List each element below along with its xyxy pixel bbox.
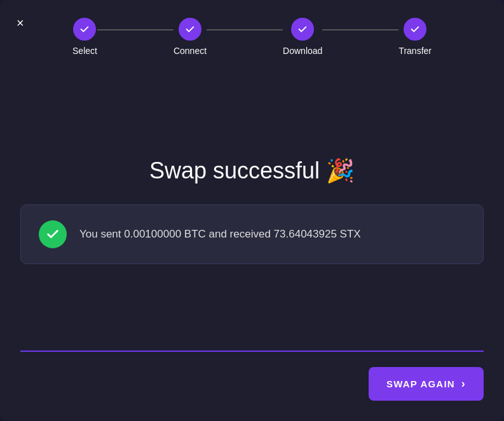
step-connector-3 — [322, 29, 398, 30]
step-download-label: Download — [283, 46, 322, 56]
step-select-circle — [73, 18, 96, 41]
step-connect: Connect — [174, 18, 207, 56]
success-message: You sent 0.00100000 BTC and received 73.… — [79, 226, 361, 243]
step-connect-circle — [179, 18, 201, 41]
step-download: Download — [283, 18, 322, 56]
success-check-icon — [39, 220, 67, 248]
step-transfer-label: Transfer — [398, 46, 432, 56]
step-connector-1 — [97, 29, 174, 30]
step-download-circle — [291, 18, 314, 41]
stepper: Select Connect Download Transfer — [20, 15, 484, 56]
step-transfer-circle — [404, 18, 426, 41]
success-box: You sent 0.00100000 BTC and received 73.… — [20, 204, 484, 264]
step-connector-2 — [207, 29, 283, 30]
close-button[interactable]: × — [14, 14, 27, 32]
step-select-label: Select — [72, 46, 97, 56]
chevron-right-icon: › — [461, 377, 466, 391]
modal-container: × Select Connect Download — [0, 0, 504, 421]
step-transfer: Transfer — [398, 18, 432, 56]
footer: SWAP AGAIN › — [20, 351, 484, 401]
success-title: Swap successful 🎉 — [149, 157, 355, 184]
step-connect-label: Connect — [174, 46, 207, 56]
main-content: Swap successful 🎉 You sent 0.00100000 BT… — [20, 71, 484, 351]
swap-again-label: SWAP AGAIN — [386, 378, 455, 389]
step-select: Select — [72, 18, 97, 56]
swap-again-button[interactable]: SWAP AGAIN › — [369, 367, 484, 401]
